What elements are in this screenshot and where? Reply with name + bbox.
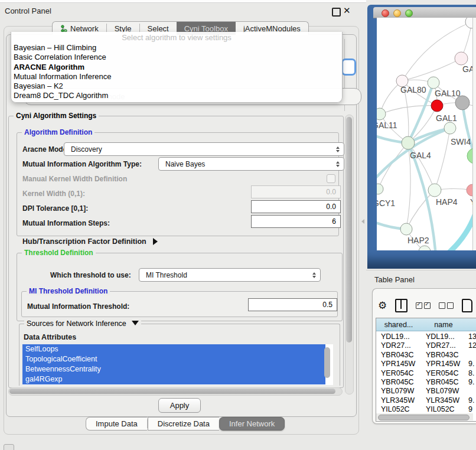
network-node-hap2[interactable]: [400, 223, 412, 235]
dropdown-item[interactable]: ARACNE Algorithm: [12, 63, 341, 72]
network-node-gal10[interactable]: [428, 77, 439, 89]
network-node-gal[interactable]: [455, 52, 468, 65]
network-node-hap4[interactable]: [428, 184, 441, 197]
which-threshold-label: Which threshold to use:: [50, 271, 131, 279]
attribute-list-item[interactable]: TopologicalCoefficient: [22, 354, 325, 364]
which-threshold-combo[interactable]: MI Threshold: [139, 268, 321, 282]
dpi-tolerance-label: DPI Tolerance [0,1]:: [22, 204, 88, 213]
network-edge[interactable]: [462, 103, 472, 156]
network-node-gal11[interactable]: [377, 108, 386, 120]
apply-button[interactable]: Apply: [158, 398, 201, 413]
table-cell: YPR145W: [426, 360, 460, 369]
collapse-arrow-icon[interactable]: [132, 321, 139, 325]
mi-steps-label: Mutual Information Steps:: [22, 219, 110, 227]
zoom-traffic-light-icon[interactable]: [405, 9, 413, 17]
table-cell: YBR045C: [426, 378, 459, 387]
data-attributes-label: Data Attributes: [24, 333, 76, 341]
network-node[interactable]: [419, 246, 431, 250]
mi-threshold-value: 0.5: [322, 301, 332, 309]
table-row[interactable]: YBR045CYBR045C9.: [376, 378, 476, 387]
data-attributes-list[interactable]: SelfLoopsTopologicalCoefficientBetweenne…: [22, 344, 333, 385]
node-table[interactable]: shared...name YDL19...YDL19...13YDR27...…: [376, 318, 476, 422]
hub-tf-toggle[interactable]: Hub/Transcription Factor Definition: [22, 237, 158, 246]
network-canvas[interactable]: GALGAL80GAL10GAL1GAL11SWI4GAL4HAP4YGCY1H…: [377, 18, 472, 250]
network-node[interactable]: [467, 148, 472, 164]
table-row[interactable]: YBR043CYBR043C: [376, 351, 476, 360]
network-node-swi4[interactable]: [444, 122, 456, 134]
network-window-titlebar[interactable]: [373, 7, 476, 18]
table-cell: 8.: [468, 369, 474, 378]
dropdown-item[interactable]: Bayesian – K2: [12, 81, 341, 91]
table-row[interactable]: YDR27...YDR27...12: [376, 341, 476, 350]
table-hscrollbar-track[interactable]: [376, 413, 473, 420]
mi-threshold-field[interactable]: 0.5: [248, 298, 337, 311]
table-cell: YER054C: [381, 369, 414, 378]
bottom-tab-infer-network[interactable]: Infer Network: [219, 417, 285, 431]
close-panel-icon[interactable]: ✕: [343, 5, 351, 16]
column-header[interactable]: shared...: [376, 318, 422, 331]
table-cell: 9.: [468, 396, 474, 405]
column-header[interactable]: [466, 318, 476, 331]
checked-pair-icon[interactable]: [416, 302, 431, 309]
table-cell: YBL079W: [381, 387, 414, 396]
app-screen: Control Panel ✕ NetworkStyleSelectCyni T…: [0, 0, 476, 450]
mi-steps-field[interactable]: 6: [251, 215, 341, 228]
network-node-gal4[interactable]: [402, 136, 415, 149]
minimized-panel-button[interactable]: [4, 444, 14, 450]
dropdown-item[interactable]: Basic Correlation Inference: [12, 53, 341, 62]
attr-list-scrollbar[interactable]: [324, 347, 330, 378]
table-row[interactable]: YER054CYER054C8.: [376, 369, 476, 378]
table-cell: 9.: [468, 360, 474, 369]
page-icon[interactable]: [462, 299, 472, 312]
dropdown-item[interactable]: Dream8 DC_TDC Algorithm: [12, 91, 341, 100]
dropdown-item[interactable]: Bayesian – Hill Climbing: [12, 43, 341, 53]
node-label: GCY1: [377, 198, 395, 208]
unchecked-pair-icon[interactable]: [439, 302, 454, 309]
split-column-icon[interactable]: [395, 299, 407, 312]
cyni-bottom-tabs: Impute DataDiscretize DataInfer Network: [86, 417, 285, 431]
network-node[interactable]: [465, 18, 472, 28]
gear-icon[interactable]: ⚙: [378, 301, 387, 311]
bottom-tab-impute-data[interactable]: Impute Data: [86, 417, 147, 431]
float-panel-icon[interactable]: [332, 8, 341, 17]
network-node-y[interactable]: [467, 184, 472, 196]
stepper-arrows-icon: [312, 272, 316, 278]
table-hscrollbar-thumb[interactable]: [378, 415, 470, 420]
network-edge[interactable]: [380, 106, 437, 114]
network-node[interactable]: [455, 96, 470, 110]
network-edge[interactable]: [402, 22, 472, 81]
node-label: HAP4: [436, 197, 458, 207]
close-traffic-light-icon[interactable]: [382, 9, 389, 17]
attribute-list-item[interactable]: SelfLoops: [22, 344, 325, 354]
network-right-scroll-strip: [472, 18, 476, 250]
attribute-list-item[interactable]: gal4RGexp: [22, 374, 325, 384]
cyni-settings-legend: Cyni Algorithm Settings: [14, 112, 99, 120]
minimize-traffic-light-icon[interactable]: [393, 9, 401, 17]
network-node-gal1[interactable]: [431, 100, 443, 112]
attribute-list-item[interactable]: BetweennessCentrality: [22, 364, 325, 374]
mi-type-combo[interactable]: Naive Bayes: [158, 157, 344, 171]
table-cell: YPR145W: [381, 360, 415, 369]
algorithm-definition-legend: Algorithm Definition: [22, 128, 94, 136]
bottom-tab-discretize-data[interactable]: Discretize Data: [148, 417, 219, 431]
table-row[interactable]: YLR345WYLR345W9.: [376, 396, 476, 405]
manual-kernel-checkbox[interactable]: [327, 174, 335, 183]
node-label: GAL4: [410, 151, 431, 160]
settings-hscrollbar-thumb[interactable]: [9, 389, 335, 394]
hub-tf-label: Hub/Transcription Factor Definition: [22, 237, 146, 246]
table-cell: YBR043C: [381, 351, 414, 360]
network-edge[interactable]: [378, 143, 408, 189]
aracne-mode-combo[interactable]: Discovery: [64, 142, 344, 156]
table-row[interactable]: YPR145WYPR145W9.: [376, 360, 476, 369]
mi-threshold-legend: MI Threshold Definition: [27, 287, 110, 295]
network-edge[interactable]: [435, 128, 450, 190]
table-row[interactable]: YBL079WYBL079W: [376, 387, 476, 396]
which-threshold-value: MI Threshold: [146, 271, 187, 279]
splitter-collapse-icon[interactable]: [361, 219, 364, 224]
dropdown-item[interactable]: Mutual Information Inference: [12, 72, 341, 81]
column-header[interactable]: name: [421, 318, 467, 331]
dpi-tolerance-field[interactable]: 0.0: [251, 200, 341, 213]
table-row[interactable]: YDL19...YDL19...13: [376, 332, 476, 341]
settings-vscrollbar-thumb[interactable]: [346, 117, 352, 343]
network-node-gcy1[interactable]: [377, 184, 383, 194]
